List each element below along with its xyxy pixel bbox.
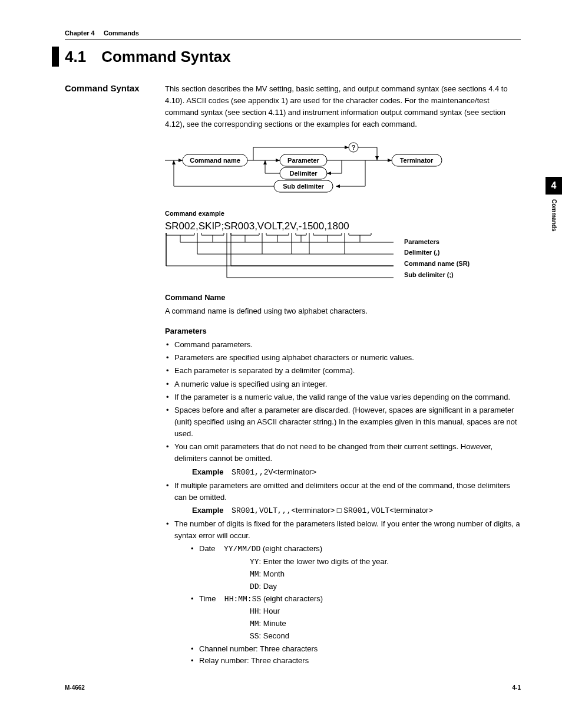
running-head: Chapter 4 Commands bbox=[65, 29, 521, 39]
subsection-heading: Command Syntax bbox=[65, 83, 165, 93]
list-item: The number of digits is fixed for the pa… bbox=[165, 518, 521, 667]
chapter-label: Chapter 4 bbox=[65, 29, 95, 37]
legend-parameters: Parameters bbox=[404, 236, 470, 248]
parameters-heading: Parameters bbox=[165, 325, 521, 337]
intro-paragraph: This section describes the MV setting, b… bbox=[165, 83, 521, 131]
question-mark-icon: ? bbox=[352, 144, 356, 151]
page-footer: M-4662 4-1 bbox=[65, 684, 521, 691]
svg-text:Delimiter: Delimiter bbox=[289, 170, 318, 177]
list-item: Time HH:MM:SS (eight characters) HH: Hou… bbox=[191, 593, 521, 643]
legend-sub-delimiter: Sub delimiter (;) bbox=[404, 269, 470, 281]
command-name-text: A command name is defined using two alph… bbox=[165, 305, 521, 317]
list-item: If multiple parameters are omitted and d… bbox=[165, 480, 521, 517]
heading-bar-icon bbox=[52, 47, 59, 67]
section-heading: 4.1 Command Syntax bbox=[65, 47, 521, 67]
command-example-label: Command example bbox=[165, 209, 521, 219]
footer-right: 4-1 bbox=[513, 684, 521, 691]
svg-text:Terminator: Terminator bbox=[400, 157, 434, 164]
section-title: Command Syntax bbox=[101, 48, 231, 66]
svg-text:Sub delimiter: Sub delimiter bbox=[283, 183, 324, 190]
parameters-list: Command parameters. Parameters are speci… bbox=[165, 339, 521, 667]
list-item: Date YY/MM/DD (eight characters) YY: Ent… bbox=[191, 543, 521, 593]
example-2: Example SR001,VOLT,,,<terminator> □ SR00… bbox=[192, 505, 521, 517]
svg-text:Command name: Command name bbox=[190, 157, 240, 164]
side-tab: 4 Commands bbox=[546, 177, 562, 236]
list-item: If the parameter is a numeric value, the… bbox=[165, 391, 521, 403]
list-item: Each parameter is separated by a delimit… bbox=[165, 365, 521, 377]
footer-left: M-4662 bbox=[65, 684, 85, 691]
side-tab-label: Commands bbox=[551, 195, 557, 236]
section-number: 4.1 bbox=[65, 48, 86, 66]
legend-command-name: Command name (SR) bbox=[404, 258, 470, 269]
svg-text:SR002,SKIP;SR003,VOLT,2V,-1500: SR002,SKIP;SR003,VOLT,2V,-1500,1800 bbox=[165, 220, 349, 232]
chapter-title: Commands bbox=[104, 29, 139, 37]
example-1: Example SR001,,2V<terminator> bbox=[192, 466, 521, 479]
command-name-heading: Command Name bbox=[165, 292, 521, 304]
list-item: Relay number: Three characters bbox=[191, 655, 521, 667]
list-item: Parameters are specified using alphabet … bbox=[165, 352, 521, 364]
svg-text:Parameter: Parameter bbox=[287, 157, 320, 164]
syntax-flow-diagram: ? Command name Parameter Terminator bbox=[165, 140, 521, 203]
legend-delimiter: Delimiter (,) bbox=[404, 247, 470, 258]
list-item: A numeric value is specified using an in… bbox=[165, 378, 521, 390]
command-example-diagram: SR002,SKIP;SR003,VOLT,2V,-1500,1800 bbox=[165, 219, 521, 284]
list-item: You can omit parameters that do not need… bbox=[165, 441, 521, 478]
list-item: Channel number: Three characters bbox=[191, 643, 521, 655]
list-item: Spaces before and after a parameter are … bbox=[165, 404, 521, 440]
side-tab-number: 4 bbox=[546, 177, 562, 195]
list-item: Command parameters. bbox=[165, 339, 521, 351]
